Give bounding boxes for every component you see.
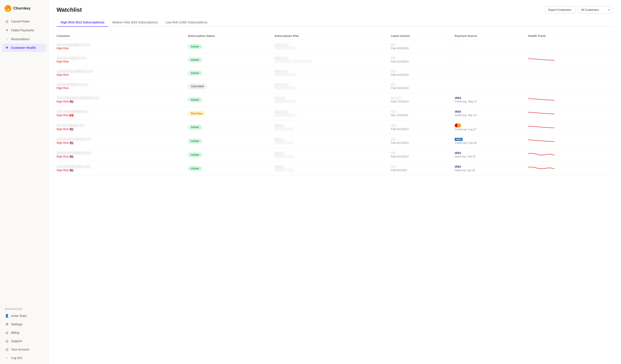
health-trend-chart	[528, 96, 554, 103]
plan-name: $49/month	[275, 110, 388, 114]
sidebar-item-label: Customer Health	[11, 46, 36, 50]
customer-email[interactable]: alice.example@gmail.com	[56, 43, 185, 46]
sidebar-item-your-account[interactable]: ◎ Your Account	[2, 345, 46, 354]
country-flag: 🇺🇸	[69, 141, 73, 145]
plan-sub: Standard Monthly	[275, 47, 388, 50]
high-risk-text: High Risk	[56, 128, 69, 131]
sidebar-item-settings[interactable]: ⚙ Settings	[2, 320, 46, 329]
invoice-date: Paid 8/21/2023	[391, 155, 452, 158]
plan-cell: $99/mo Standard Yearly	[275, 134, 391, 148]
risk-label: High Risk 🇺🇸	[56, 141, 185, 145]
table-row[interactable]: user.blurred@mail.com High Risk Active $…	[56, 53, 613, 67]
trend-cell	[528, 53, 613, 67]
table-row[interactable]: customer.blurred@work.com High Risk Acti…	[56, 67, 613, 80]
col-status: Subscription Status	[188, 32, 275, 40]
table-row[interactable]: long.email.address@domain.com High Risk …	[56, 93, 613, 107]
status-cell: Active	[188, 162, 275, 175]
plan-cell: $149.00 Standard Monthly	[275, 93, 391, 107]
table-row[interactable]: user.blurred@outlook.com High Risk 🇺🇸 Ac…	[56, 162, 613, 175]
customer-email[interactable]: blurred.blurred@gmail.com	[56, 151, 185, 154]
health-trend-chart	[528, 138, 554, 144]
sidebar-item-label: Settings	[11, 323, 22, 326]
payment-cell: VISA Debit exp. Apr 28	[455, 162, 528, 175]
visa-logo: VISA	[455, 110, 461, 113]
trend-cell	[528, 148, 613, 162]
customer-email[interactable]: user.blurred@outlook.com	[56, 165, 185, 168]
payment-source: VISA Debit exp. Feb 25	[455, 151, 525, 158]
payment-cell: —	[455, 67, 528, 80]
customer-cell: blurred.blurred@gmail.com High Risk 🇺🇸	[56, 148, 188, 162]
sidebar-item-log-out[interactable]: → Log Out	[2, 354, 46, 362]
status-cell: Active	[188, 134, 275, 148]
trend-cell	[528, 120, 613, 134]
invoice-date: Due 12/9/2022	[391, 114, 452, 117]
high-risk-text: High Risk	[56, 60, 69, 63]
col-trend: Health Trend	[528, 32, 613, 40]
risk-label: High Risk	[56, 87, 185, 90]
trend-cell	[528, 67, 613, 80]
all-customers-dropdown[interactable]: All Customers ▾	[578, 6, 613, 14]
table-row[interactable]: alice.example@gmail.com High Risk Active…	[56, 40, 613, 53]
payment-cell: AMEX Credit exp. Aug 28	[455, 134, 528, 148]
tab-high-risk[interactable]: High Risk (612 Subscriptions)	[56, 18, 108, 27]
no-payment: —	[455, 59, 457, 62]
support-icon: ◎	[5, 339, 9, 343]
mastercard-logo	[455, 123, 461, 127]
country-flag: 🇺🇸	[69, 169, 73, 172]
table-row[interactable]: user.canada@outlook.ca High Risk 🇨🇦 Past…	[56, 107, 613, 120]
sidebar-item-customer-health[interactable]: ✳ Customer Health	[2, 44, 46, 52]
status-badge: Active	[188, 125, 202, 130]
trend-cell	[528, 107, 613, 120]
table-row[interactable]: user.blurred@gmail.com High Risk Cancell…	[56, 80, 613, 93]
tab-medium-risk[interactable]: Medium Risk (649 Subscriptions)	[108, 18, 161, 27]
health-trend-chart	[528, 124, 554, 130]
sidebar-item-cancel-flows[interactable]: ◎ Cancel Flows	[2, 17, 46, 26]
customer-email[interactable]: user.canada@outlook.ca	[56, 110, 185, 113]
customers-table-wrap: Customer Subscription Status Subscriptio…	[56, 32, 613, 175]
status-badge: Active	[188, 152, 202, 157]
sidebar-item-label: Reactivations	[11, 37, 30, 41]
customer-health-icon: ✳	[5, 46, 9, 50]
chevron-down-icon: ▾	[608, 8, 610, 12]
customer-cell: john.blurredpage.com High Risk 🇺🇸	[56, 120, 188, 134]
customer-email[interactable]: long.email.address@domain.com	[56, 96, 185, 99]
status-badge: Active	[188, 71, 202, 76]
country-flag: 🇺🇸	[69, 155, 73, 158]
invoice-date: Paid 8/21/2023	[391, 141, 452, 144]
trend-cell	[528, 93, 613, 107]
customer-cell: user.blurred@outlook.com High Risk 🇺🇸	[56, 162, 188, 175]
customer-cell: user.blurred@mail.com High Risk	[56, 53, 188, 67]
table-row[interactable]: john.blurredpage.com High Risk 🇺🇸 Active…	[56, 120, 613, 134]
sidebar-item-invite-team[interactable]: 👤 Invite Team	[2, 312, 46, 320]
app-logo[interactable]: 🔥 Churnkey	[0, 0, 48, 17]
risk-label: High Risk 🇺🇸	[56, 100, 185, 103]
customers-table: Customer Subscription Status Subscriptio…	[56, 32, 613, 175]
status-cell: Cancelled	[188, 80, 275, 93]
country-flag: 🇺🇸	[69, 100, 73, 103]
tab-low-risk[interactable]: Low Risk (1082 Subscriptions)	[162, 18, 211, 27]
dropdown-label: All Customers	[581, 8, 599, 12]
table-row[interactable]: account.blurred@web.com High Risk 🇺🇸 Act…	[56, 134, 613, 148]
sidebar-item-failed-payments[interactable]: ✦ Failed Payments	[2, 26, 46, 35]
sidebar-item-billing[interactable]: ◎ Billing	[2, 329, 46, 337]
customer-email[interactable]: john.blurredpage.com	[56, 124, 185, 127]
customer-email[interactable]: user.blurred@gmail.com	[56, 83, 185, 86]
country-flag: 🇺🇸	[69, 127, 73, 131]
customer-email[interactable]: account.blurred@web.com	[56, 137, 185, 141]
settings-icon: ⚙	[5, 322, 9, 326]
plan-sub: Standard Monthly	[275, 73, 388, 76]
reactivations-icon: ↑	[5, 37, 9, 41]
payment-cell: —	[455, 80, 528, 93]
your-account-icon: ◎	[5, 347, 9, 351]
payment-source: VISA Credit exp. Mar 25	[455, 110, 525, 117]
plan-cell: $49/month Standard Monthly	[275, 40, 391, 53]
plan-sub: Standard Monthly	[275, 114, 388, 117]
customer-email[interactable]: user.blurred@mail.com	[56, 56, 185, 60]
invoice-date: Paid 4/26/2024	[391, 73, 452, 76]
invoice-amount: $99	[391, 138, 452, 141]
sidebar-item-reactivations[interactable]: ↑ Reactivations	[2, 35, 46, 43]
sidebar-item-support[interactable]: ◎ Support	[2, 337, 46, 345]
customer-email[interactable]: customer.blurred@work.com	[56, 69, 185, 73]
table-row[interactable]: blurred.blurred@gmail.com High Risk 🇺🇸 A…	[56, 148, 613, 162]
export-customers-button[interactable]: Export Customers	[544, 6, 575, 14]
